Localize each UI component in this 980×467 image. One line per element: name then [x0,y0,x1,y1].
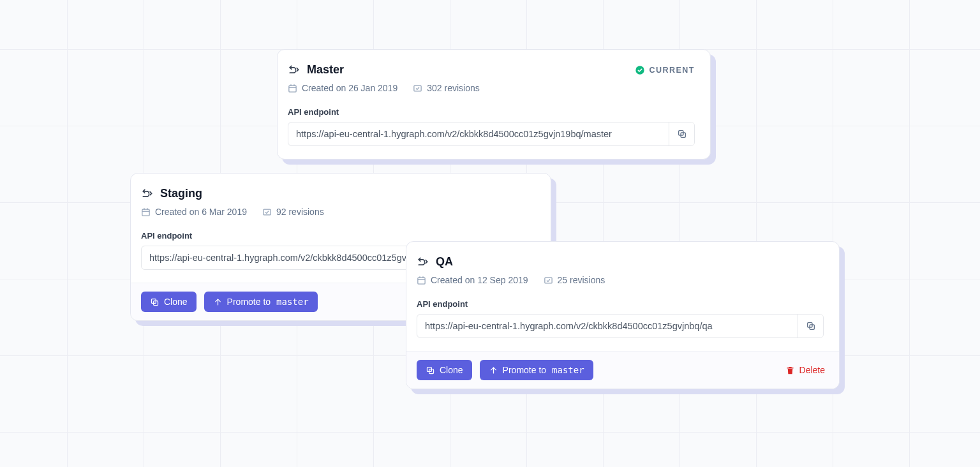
calendar-icon [417,276,426,285]
revisions-text: 92 revisions [276,207,324,217]
environment-title: Master [307,63,344,77]
created-meta: Created on 6 Mar 2019 [141,207,247,217]
endpoint-input[interactable] [417,315,798,337]
copy-icon [806,321,816,331]
promote-target: master [276,297,309,307]
arrow-up-icon [213,297,223,307]
environment-title: QA [436,255,453,269]
revisions-meta: 25 revisions [544,275,605,285]
calendar-icon [141,207,151,217]
endpoint-row [288,122,695,146]
environment-title: Staging [160,187,202,200]
clone-button[interactable]: Clone [417,360,472,380]
branch-icon [417,256,429,269]
copy-endpoint-button[interactable] [669,122,694,145]
environment-card-qa: QA Created on 12 Sep 2019 25 revisions A… [406,241,840,389]
revisions-meta: 92 revisions [262,207,324,217]
environment-card-master: Master CURRENT Created on 26 Jan 2019 30… [277,49,711,159]
branch-icon [141,188,154,200]
arrow-up-icon [489,366,498,375]
promote-prefix: Promote to [227,297,271,307]
promote-button[interactable]: Promote to master [204,292,318,312]
api-endpoint-label: API endpoint [278,93,710,122]
calendar-icon [288,84,297,93]
created-text: Created on 12 Sep 2019 [431,275,528,285]
copy-icon [426,366,435,375]
svg-rect-16 [418,278,425,284]
svg-rect-20 [544,278,551,283]
branch-icon [288,64,301,77]
clone-label: Clone [440,365,463,375]
created-text: Created on 26 Jan 2019 [302,83,397,93]
promote-button[interactable]: Promote to master [480,360,593,380]
endpoint-input[interactable] [288,122,669,145]
current-label: CURRENT [649,66,695,75]
revisions-text: 302 revisions [427,83,480,93]
clone-label: Clone [164,297,188,307]
delete-button[interactable]: Delete [785,365,825,375]
api-endpoint-label: API endpoint [406,285,839,314]
created-meta: Created on 26 Jan 2019 [288,83,397,93]
revisions-icon [262,207,272,217]
revisions-icon [413,84,422,93]
endpoint-row [417,314,824,338]
svg-rect-12 [264,209,271,215]
revisions-text: 25 revisions [558,275,605,285]
trash-icon [785,366,795,375]
promote-target: master [552,365,584,375]
revisions-icon [544,276,553,285]
copy-icon [150,297,160,307]
check-circle-icon [635,65,645,75]
svg-rect-1 [289,85,296,92]
copy-endpoint-button[interactable] [798,315,823,337]
svg-rect-5 [414,85,421,91]
created-text: Created on 6 Mar 2019 [155,207,247,217]
revisions-meta: 302 revisions [413,83,480,93]
svg-rect-8 [142,209,149,216]
clone-button[interactable]: Clone [141,292,197,312]
current-badge: CURRENT [635,65,695,75]
promote-prefix: Promote to [503,365,546,375]
copy-icon [677,129,687,139]
delete-label: Delete [799,365,825,375]
created-meta: Created on 12 Sep 2019 [417,275,528,285]
